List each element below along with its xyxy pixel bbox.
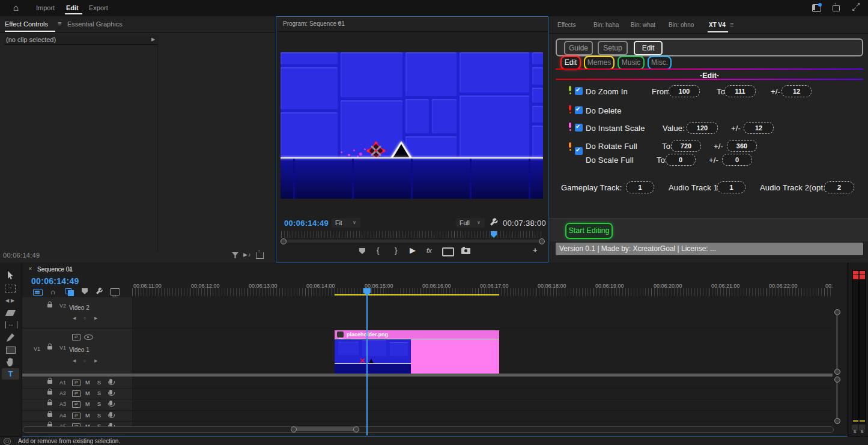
export-frame-icon[interactable]: ↑ <box>256 252 264 259</box>
lock-icon[interactable] <box>47 380 52 384</box>
menu-item-import[interactable]: Import <box>36 4 55 11</box>
sync-lock-icon[interactable]: ⇄ <box>72 390 80 397</box>
zoom-level-dropdown[interactable]: Fit ∨ <box>332 218 360 228</box>
xt-cat-misc[interactable]: Misc. <box>648 56 672 70</box>
tab-xt-v4[interactable]: XT V4 <box>709 22 726 28</box>
track-name[interactable]: Video 2 <box>69 304 90 311</box>
workspace-icon[interactable] <box>812 4 821 12</box>
kf-next-icon[interactable]: ▶ <box>94 316 97 321</box>
instant-scale-value-input[interactable]: 120 <box>687 122 718 134</box>
mute-button[interactable]: M <box>85 380 90 386</box>
video-audio-divider[interactable] <box>22 374 833 377</box>
timeline-ruler[interactable]: 00:06:11:00 00:06:12:00 00:06:13:00 00:0… <box>132 278 833 296</box>
mark-in-icon[interactable]: { <box>377 246 379 255</box>
kf-add-icon[interactable]: ○ <box>83 316 86 320</box>
program-timecode[interactable]: 00:06:14:49 <box>284 219 329 228</box>
voiceover-mic-icon[interactable] <box>109 401 112 405</box>
snap-magnet-icon[interactable]: ∩ <box>50 288 56 296</box>
timeline-timecode[interactable]: 00:06:14:49 <box>31 276 79 286</box>
tab-effect-controls[interactable]: Effect Controls <box>5 20 48 28</box>
solo-button[interactable]: S <box>97 401 101 407</box>
work-area-bar[interactable] <box>335 294 499 295</box>
h-scrollbar[interactable] <box>23 426 834 433</box>
lock-icon[interactable] <box>47 391 52 395</box>
source-patch[interactable]: V1 <box>34 346 40 352</box>
track-target[interactable]: V2 <box>59 303 66 309</box>
add-marker-icon[interactable] <box>359 248 365 254</box>
sync-lock-icon[interactable]: ⇄ <box>72 401 80 408</box>
ec-timecode[interactable]: 00:06:14:49 <box>3 252 40 259</box>
mark-out-icon[interactable]: } <box>395 246 397 255</box>
tab-effects[interactable]: Effects <box>557 22 575 28</box>
track-target[interactable]: A2 <box>59 390 66 396</box>
ripple-edit-tool[interactable]: ◀ ▶ <box>5 298 16 305</box>
playhead-line[interactable] <box>366 295 368 435</box>
program-scrub-ruler[interactable] <box>281 231 544 238</box>
start-editing-button[interactable]: Start Editing <box>565 223 613 239</box>
tab-sequence-01[interactable]: Sequence 01 <box>37 266 73 273</box>
gameplay-track-input[interactable]: 1 <box>626 181 654 193</box>
meter-solo-right[interactable]: S <box>859 425 865 431</box>
rectangle-tool[interactable] <box>6 347 16 354</box>
captions-icon[interactable]: CC <box>110 288 120 295</box>
zoom-to-input[interactable]: 111 <box>724 85 756 97</box>
safe-margins-icon[interactable] <box>442 247 454 256</box>
kf-prev-icon[interactable]: ◀ <box>73 316 76 321</box>
play-audio-icon[interactable]: ▶♪ <box>243 252 253 259</box>
mute-button[interactable]: M <box>85 401 90 407</box>
add-marker-icon[interactable] <box>82 288 88 294</box>
pen-tool[interactable] <box>7 333 14 342</box>
slip-tool[interactable]: ↔ <box>5 321 17 328</box>
export-frame-camera-icon[interactable] <box>461 248 470 254</box>
type-tool[interactable]: T <box>2 368 19 380</box>
playback-quality-dropdown[interactable]: Full ∨ <box>456 218 485 228</box>
program-menu-icon[interactable]: ≡ <box>338 20 341 27</box>
lock-icon[interactable] <box>47 304 52 307</box>
instant-scale-checkbox[interactable] <box>575 124 583 132</box>
selection-tool[interactable] <box>7 271 14 279</box>
fullscreen-icon[interactable]: ↗ ↙ <box>852 3 861 11</box>
mute-button[interactable]: M <box>85 390 90 396</box>
razor-tool[interactable] <box>5 310 16 316</box>
sync-lock-icon[interactable]: ⇄ <box>72 334 80 341</box>
add-button-icon[interactable]: + <box>533 246 538 255</box>
home-icon[interactable]: ⌂ <box>13 2 19 13</box>
audio-track1-input[interactable]: 1 <box>717 181 745 193</box>
h-scroll-knob[interactable] <box>353 426 359 432</box>
delete-checkbox[interactable] <box>575 106 583 114</box>
filter-icon[interactable] <box>232 252 238 258</box>
voiceover-mic-icon[interactable] <box>109 412 112 417</box>
v-scroll-knob[interactable] <box>834 309 840 315</box>
tab-essential-graphics[interactable]: Essential Graphics <box>67 20 123 28</box>
mute-button[interactable]: M <box>85 413 90 419</box>
xt-cat-edit[interactable]: Edit <box>560 56 581 70</box>
timeline-settings-wrench-icon[interactable] <box>96 288 104 295</box>
scroll-handle-left[interactable] <box>281 238 287 244</box>
xt-nav-edit[interactable]: Edit <box>634 41 663 55</box>
tab-bin-ohno[interactable]: Bin: ohno <box>669 22 694 28</box>
sync-lock-icon[interactable]: ⇄ <box>72 380 80 386</box>
zoom-in-checkbox[interactable] <box>575 87 583 95</box>
zoom-variance-input[interactable]: 12 <box>782 85 812 97</box>
panel-menu-icon[interactable]: ≡ <box>730 21 733 28</box>
rotate-variance-input[interactable]: 360 <box>727 140 757 152</box>
solo-button[interactable]: S <box>97 390 101 396</box>
linked-selection-icon[interactable] <box>65 288 74 295</box>
program-title[interactable]: Program: Sequence 01 <box>283 20 345 27</box>
kf-prev-icon[interactable]: ◀ <box>73 359 76 363</box>
tab-bin-haha[interactable]: Bin: haha <box>593 22 619 28</box>
h-scroll-thumb[interactable] <box>291 427 359 431</box>
xt-nav-setup[interactable]: Setup <box>598 41 628 55</box>
track-target[interactable]: A1 <box>59 380 66 386</box>
lock-icon[interactable] <box>47 413 52 417</box>
track-select-forward-tool[interactable]: → <box>5 285 16 292</box>
play-button-icon[interactable]: ▶ <box>410 246 416 255</box>
clip-placeholder-png[interactable]: fx placeholder.png <box>335 330 499 374</box>
panel-menu-icon[interactable]: ≡ <box>68 265 72 273</box>
no-clip-row[interactable]: (no clip selected) ▶ <box>4 35 158 45</box>
meter-solo-left[interactable]: S <box>852 425 858 431</box>
audio-track2-input[interactable]: 2 <box>824 181 854 193</box>
solo-button[interactable]: S <box>97 413 101 419</box>
lock-icon[interactable] <box>47 402 52 405</box>
track-target[interactable]: A4 <box>59 413 66 419</box>
